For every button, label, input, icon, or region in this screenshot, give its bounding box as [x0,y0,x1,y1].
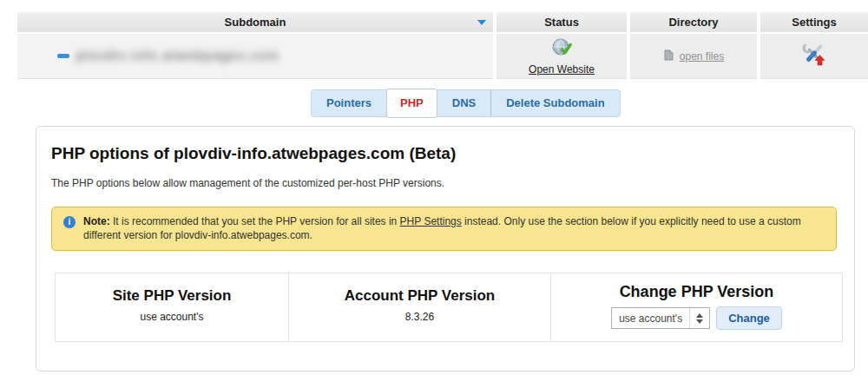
subdomain-action-tabs: Pointers PHP DNS Delete Subdomain [311,89,621,117]
subdomain-cell: plovdiv-info.atwebpages.com [17,34,493,79]
settings-tools-icon[interactable] [802,43,826,70]
change-php-version-cell: Change PHP Version use account's Change [551,273,842,341]
tab-php[interactable]: PHP [386,89,437,118]
redacted-subdomain-text: plovdiv-info.atwebpages.com [76,48,279,62]
site-php-version-cell: Site PHP Version use account's [56,273,289,341]
settings-cell [760,34,868,79]
select-spinner-icon [689,308,709,328]
column-header-directory-label: Directory [668,16,718,29]
account-php-version-heading: Account PHP Version [289,287,550,305]
column-header-subdomain-label: Subdomain [225,16,286,29]
php-options-panel: PHP options of plovdiv-info.atwebpages.c… [36,126,855,372]
tab-delete-subdomain[interactable]: Delete Subdomain [490,90,619,116]
subdomain-listing-table: Subdomain Status Directory Settings plov… [17,12,868,79]
php-version-select[interactable]: use account's [611,307,710,329]
open-files-link[interactable]: open files [680,50,724,62]
status-cell: Open Website [496,34,627,79]
column-header-settings-label: Settings [792,16,836,29]
open-website-link[interactable]: Open Website [529,63,595,76]
listing-data-row: plovdiv-info.atwebpages.com Open Website [17,34,868,79]
php-settings-link[interactable]: PHP Settings [400,215,462,227]
globe-check-icon [551,37,573,62]
note-box: i Note: It is recommended that you set t… [51,207,837,251]
column-header-status-label: Status [544,16,579,29]
note-label: Note: [83,215,110,227]
tab-dns[interactable]: DNS [437,90,490,116]
column-header-status: Status [496,12,627,32]
file-icon [663,49,674,64]
column-header-subdomain[interactable]: Subdomain [17,12,493,32]
listing-header-row: Subdomain Status Directory Settings [17,12,868,32]
directory-cell: open files [630,34,757,79]
tab-pointers[interactable]: Pointers [312,90,386,116]
column-header-directory: Directory [630,12,757,32]
account-php-version-value: 8.3.26 [289,311,550,323]
panel-title: PHP options of plovdiv-info.atwebpages.c… [51,144,456,163]
sort-caret-down-icon[interactable] [477,20,486,25]
site-php-version-heading: Site PHP Version [56,287,288,305]
account-php-version-cell: Account PHP Version 8.3.26 [289,273,551,341]
php-version-select-value: use account's [612,312,689,325]
site-php-version-value: use account's [56,311,288,323]
change-button[interactable]: Change [716,306,782,330]
php-versions-table: Site PHP Version use account's Account P… [55,273,843,342]
panel-description: The PHP options below allow management o… [51,177,444,189]
note-text-before-link: It is recommended that you set the PHP v… [110,215,400,227]
column-header-settings: Settings [760,12,868,32]
info-icon: i [63,216,76,228]
change-php-version-heading: Change PHP Version [551,283,842,301]
collapse-minus-icon[interactable] [57,54,69,58]
